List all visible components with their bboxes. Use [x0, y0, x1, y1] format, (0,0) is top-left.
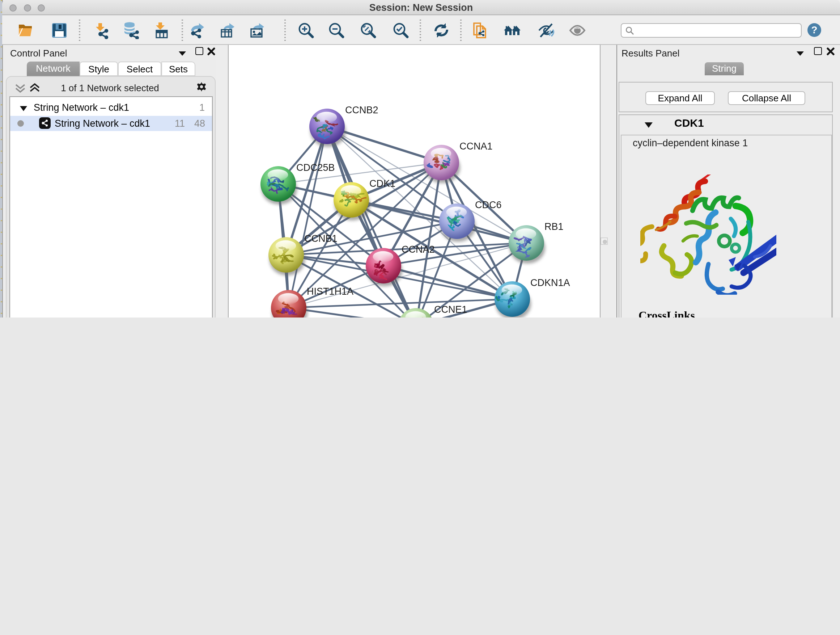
svg-text:CCNB2: CCNB2 [345, 105, 378, 116]
svg-text:CDC25B: CDC25B [296, 162, 335, 173]
svg-text:RB1: RB1 [545, 221, 564, 232]
svg-text:CCNA1: CCNA1 [459, 141, 493, 152]
svg-text:CDC6: CDC6 [475, 200, 502, 211]
svg-text:CCNA2: CCNA2 [401, 244, 435, 255]
svg-text:HIST1H1A: HIST1H1A [307, 286, 354, 297]
svg-text:CCNE1: CCNE1 [434, 304, 467, 315]
svg-text:CDKN1A: CDKN1A [531, 277, 570, 288]
svg-text:CCNB1: CCNB1 [304, 233, 338, 244]
svg-text:CDK1: CDK1 [369, 178, 395, 189]
